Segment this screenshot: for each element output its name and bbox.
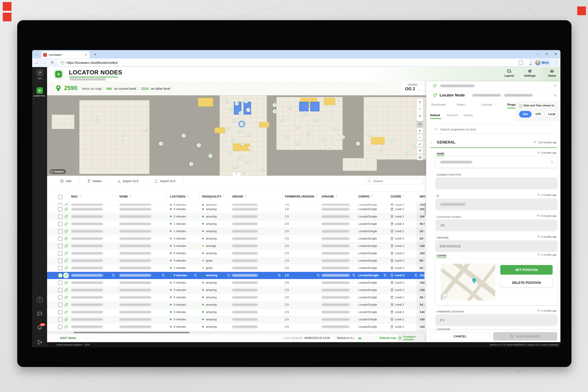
vertical-scrollbar[interactable]	[424, 202, 426, 334]
datetime-local-button[interactable]: Local	[545, 111, 558, 118]
col-info[interactable]: INFO.L	[420, 191, 426, 202]
map-collapse-handle[interactable]: ▾	[232, 173, 241, 176]
table-row[interactable]: 0 minutesamazing2.5LocatorDongleLevel 21…	[47, 202, 426, 206]
map-node-marker[interactable]	[326, 146, 330, 151]
map-node-marker[interactable]	[368, 132, 372, 136]
row-checkbox[interactable]	[58, 266, 62, 270]
tab-console[interactable]: Console⌄	[481, 103, 495, 106]
col-config[interactable]: CONFIG▲▼	[358, 191, 373, 202]
table-row[interactable]: 0 minutesamazing2.5LocatorDongleLevel 23…	[47, 301, 426, 309]
lasso-tool-button[interactable]	[417, 134, 423, 140]
window-close-button[interactable]: ✕	[551, 50, 560, 58]
map-node-marker[interactable]	[288, 105, 292, 109]
table-search[interactable]	[366, 178, 423, 184]
downloads-icon[interactable]: ↓	[530, 61, 532, 65]
name-field-input[interactable]: ✕	[436, 156, 557, 168]
datetime-utc-button[interactable]: UTC	[532, 111, 544, 118]
table-row[interactable]: ✓0 minutesamazing2.5LocatorDongleLevel 2…	[47, 272, 426, 279]
map-node-marker[interactable]	[379, 146, 383, 151]
map-node-marker[interactable]	[121, 132, 125, 136]
copy-icon[interactable]	[162, 274, 165, 277]
map-node-marker[interactable]	[284, 134, 288, 138]
properties-search[interactable]	[430, 125, 557, 134]
map-node-marker[interactable]	[182, 134, 186, 138]
table-row[interactable]: 0 minutesamazing2.5LocatorDongleLevel 21…	[47, 250, 426, 257]
subtab-revision[interactable]: Revision	[447, 114, 458, 117]
settings-button[interactable]: Settings	[521, 69, 539, 78]
general-section-header[interactable]: ⌄ GENERAL ↻-119 minutes ago	[430, 140, 557, 144]
stack-item-close-icon[interactable]: ✕	[554, 84, 556, 88]
map-node-marker[interactable]	[242, 169, 246, 173]
row-checkbox[interactable]	[58, 214, 62, 219]
map-node-marker[interactable]	[233, 118, 237, 122]
table-row[interactable]: 0 minutesamazing2.5LocatorDongleLevel 22…	[47, 235, 426, 242]
coord-minimap[interactable]: ◎	[440, 264, 495, 300]
name-field-refresh[interactable]: ↻9 months ago	[538, 151, 556, 154]
row-checkbox[interactable]	[58, 288, 62, 292]
mapbox-attribution[interactable]: mapbox	[50, 169, 66, 174]
map-node-marker[interactable]	[208, 154, 212, 158]
set-position-button[interactable]: SET POSITION	[500, 265, 553, 275]
horizontal-scrollbar[interactable]	[47, 332, 424, 334]
extensions-icon[interactable]	[519, 61, 523, 65]
row-checkbox[interactable]	[58, 295, 62, 300]
section-refresh[interactable]: ↻-119 minutes ago	[534, 141, 557, 144]
properties-search-input[interactable]	[440, 128, 537, 131]
zoom-out-button[interactable]: −	[416, 106, 423, 113]
table-row[interactable]: 0 minutesamazing2.5LocatorDongleLevel 21…	[47, 309, 426, 316]
row-checkbox[interactable]	[58, 222, 62, 226]
map-node-marker[interactable]	[189, 162, 194, 166]
col-rssiquality[interactable]: RSSIQUALITY▲▼	[202, 191, 225, 202]
map-node-marker[interactable]	[390, 138, 394, 142]
table-row[interactable]: 0 minutesaverage2.5LocatorDongleLevel 21…	[47, 242, 426, 250]
refresh-now-link[interactable]: Refresh now	[380, 336, 396, 340]
col-areaid[interactable]: AREAID▲▼	[232, 191, 246, 202]
panel-close-icon[interactable]: ✕	[554, 94, 557, 98]
copy-icon[interactable]	[278, 274, 281, 277]
table-row[interactable]: 0 minutesamazing2.5LocatorDongleLevel 21…	[47, 206, 426, 213]
subtab-default[interactable]: Default	[430, 114, 440, 117]
row-checkbox[interactable]	[58, 303, 62, 307]
table-row[interactable]: 1 minutesgreat2.5LocatorDongleLevel 22d …	[47, 264, 426, 272]
address-bar[interactable]: https://locaware.cloud/locatornodes/	[58, 59, 530, 66]
row-checkbox[interactable]	[58, 244, 62, 248]
horizontal-scrollbar-thumb[interactable]	[74, 332, 190, 333]
sidebar-item-locator-nodes[interactable]: ⊕ Locator Nod...	[32, 87, 47, 97]
level-selector[interactable]: OG 2 ⌄	[401, 82, 425, 95]
map-node-marker[interactable]	[280, 118, 284, 122]
row-checkbox[interactable]	[58, 317, 62, 322]
col-apname[interactable]: APNAME▲▼	[322, 191, 337, 202]
tab-dashboard[interactable]: Dashboard	[431, 103, 446, 106]
table-row[interactable]: 0 minutesamazing2.5LocatorDongleLevel 21…	[47, 279, 426, 286]
firmware-refresh[interactable]: ↻2 months ago	[538, 309, 556, 312]
row-checkbox[interactable]	[58, 251, 62, 256]
camera-tool-button[interactable]	[417, 154, 423, 160]
reload-icon[interactable]: ↻	[50, 60, 55, 66]
table-row[interactable]: 0 minutesamazing2.5LocatorDongleLevel 21…	[47, 213, 426, 220]
col-lastseen[interactable]: LASTSEEN▲▼	[170, 191, 188, 202]
map-node-marker[interactable]	[240, 142, 244, 146]
map-node-marker[interactable]	[273, 103, 277, 107]
map-canvas[interactable]: + − mapbox ▾	[47, 95, 426, 176]
row-checkbox[interactable]	[58, 207, 62, 212]
table-row[interactable]: 0 minutesamazing2.5LocatorDongleLevel 21…	[47, 323, 426, 331]
map-node-marker[interactable]	[333, 126, 338, 130]
measure-tool-button[interactable]	[417, 141, 423, 147]
map-node-marker[interactable]	[322, 138, 326, 142]
map-node-marker[interactable]	[235, 102, 239, 106]
map-node-marker[interactable]	[303, 111, 307, 115]
hwname-refresh[interactable]: ↻9 months ago	[538, 235, 556, 238]
map-node-marker[interactable]	[144, 127, 148, 131]
notifications-button[interactable]: 200	[32, 325, 47, 330]
select-all-checkbox[interactable]	[58, 195, 62, 199]
cancel-button[interactable]: CANCEL	[430, 332, 490, 340]
copy-icon[interactable]	[194, 274, 197, 277]
name-clear-icon[interactable]: ✕	[550, 160, 554, 164]
import-button[interactable]: Import XLS	[146, 178, 184, 184]
map-node-marker[interactable]	[307, 130, 311, 134]
row-checkbox[interactable]	[58, 310, 62, 314]
zoom-in-button[interactable]: +	[416, 98, 423, 106]
window-maximize-button[interactable]: ❐	[542, 50, 551, 58]
col-coord[interactable]: COORD▲▼	[390, 191, 404, 202]
coord-refresh[interactable]: ↻2 months ago	[538, 253, 556, 256]
